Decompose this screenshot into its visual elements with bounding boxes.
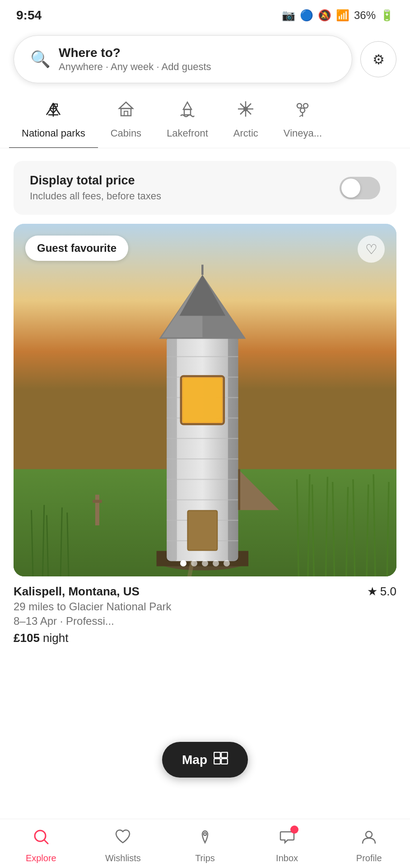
toggle-circle xyxy=(341,179,360,198)
camera-icon: 📷 xyxy=(282,9,295,22)
listing-image[interactable]: Guest favourite ♡ xyxy=(14,224,396,576)
search-sub-text: Anywhere · Any week · Add guests xyxy=(59,61,211,73)
svg-rect-38 xyxy=(167,336,177,561)
bluetooth-icon: 🔵 xyxy=(300,9,313,22)
tab-arctic-label: Arctic xyxy=(233,127,258,139)
svg-rect-1 xyxy=(53,104,57,107)
tab-arctic[interactable]: Arctic xyxy=(221,95,271,148)
lakefront-icon xyxy=(178,99,197,123)
listing-rating: ★ 5.0 xyxy=(367,585,396,599)
svg-point-70 xyxy=(366,831,372,838)
tab-lakefront[interactable]: Lakefront xyxy=(154,95,221,148)
price-banner-subtitle: Includes all fees, before taxes xyxy=(30,190,161,202)
listing-detail-1: 29 miles to Glacier National Park xyxy=(14,600,396,613)
tab-lakefront-label: Lakefront xyxy=(167,127,208,139)
dot-5 xyxy=(224,560,230,566)
vineyard-icon xyxy=(293,99,312,123)
tab-cabins-label: Cabins xyxy=(111,127,141,139)
price-amount: £105 xyxy=(14,631,40,645)
tab-vineyard-label: Vineya... xyxy=(284,127,322,139)
price-banner-title: Display total price xyxy=(30,174,161,188)
svg-point-69 xyxy=(204,833,206,835)
search-icon: 🔍 xyxy=(30,50,51,69)
wishlists-icon xyxy=(114,828,131,849)
tab-national-parks[interactable]: National parks xyxy=(9,95,98,148)
svg-rect-39 xyxy=(228,336,238,561)
listing-scene-svg xyxy=(14,224,396,576)
price-banner: Display total price Includes all fees, b… xyxy=(14,161,396,215)
inbox-badge-wrap xyxy=(279,828,296,849)
explore-icon xyxy=(33,828,50,849)
nav-inbox[interactable]: Inbox xyxy=(246,828,328,863)
tab-cabins[interactable]: Cabins xyxy=(98,95,154,148)
wifi-icon: 📶 xyxy=(336,9,349,22)
search-bar[interactable]: 🔍 Where to? Anywhere · Any week · Add gu… xyxy=(14,35,352,83)
filter-button[interactable]: ⚙ xyxy=(360,41,396,77)
svg-marker-6 xyxy=(183,102,191,109)
search-text-wrap: Where to? Anywhere · Any week · Add gues… xyxy=(59,46,211,73)
nav-wishlists[interactable]: Wishlists xyxy=(82,828,164,863)
search-main-text: Where to? xyxy=(59,46,211,60)
dot-1 xyxy=(180,560,186,566)
svg-rect-54 xyxy=(188,511,217,550)
listing-card: Guest favourite ♡ Kalispell, Montana, US… xyxy=(14,224,396,650)
wishlist-button[interactable]: ♡ xyxy=(358,236,385,263)
svg-point-14 xyxy=(303,104,308,108)
nav-profile[interactable]: Profile xyxy=(328,828,410,863)
battery-text: 36% xyxy=(354,9,376,22)
tab-vineyard[interactable]: Vineya... xyxy=(271,95,335,148)
nav-profile-label: Profile xyxy=(356,853,382,863)
svg-rect-62 xyxy=(93,500,102,503)
price-unit: night xyxy=(43,631,68,645)
map-icon xyxy=(214,752,228,768)
dot-4 xyxy=(213,560,219,566)
tab-national-parks-label: National parks xyxy=(22,127,85,139)
category-tabs: National parks Cabins Lakefront xyxy=(0,90,410,148)
battery-icon: 🔋 xyxy=(380,9,394,22)
svg-rect-65 xyxy=(214,759,220,764)
price-banner-text: Display total price Includes all fees, b… xyxy=(30,174,161,202)
trips-icon xyxy=(196,828,214,849)
search-area: 🔍 Where to? Anywhere · Any week · Add gu… xyxy=(0,28,410,90)
svg-rect-4 xyxy=(121,108,131,116)
inbox-notification-badge xyxy=(290,826,298,834)
national-parks-icon xyxy=(44,99,63,123)
heart-icon: ♡ xyxy=(365,241,377,257)
svg-rect-7 xyxy=(184,109,191,115)
map-label: Map xyxy=(182,753,207,767)
svg-rect-66 xyxy=(221,759,228,764)
image-dots xyxy=(180,560,230,566)
arctic-icon xyxy=(236,99,255,123)
svg-point-15 xyxy=(300,108,305,113)
filter-icon: ⚙ xyxy=(373,52,385,67)
svg-rect-51 xyxy=(183,378,222,422)
listing-location: Kalispell, Montana, US xyxy=(14,585,140,599)
status-bar: 9:54 📷 🔵 🔕 📶 36% 🔋 xyxy=(0,0,410,28)
svg-line-68 xyxy=(44,840,48,844)
svg-rect-61 xyxy=(95,495,99,525)
listing-info: Kalispell, Montana, US ★ 5.0 29 miles to… xyxy=(14,576,396,650)
nav-trips[interactable]: Trips xyxy=(164,828,246,863)
svg-marker-3 xyxy=(119,102,133,108)
guest-badge: Guest favourite xyxy=(25,236,128,261)
nav-inbox-label: Inbox xyxy=(276,853,298,863)
bottom-nav: Explore Wishlists Trips Inbox xyxy=(0,819,410,868)
nav-explore[interactable]: Explore xyxy=(0,828,82,863)
star-icon: ★ xyxy=(367,585,377,599)
listing-detail-2: 8–13 Apr · Professi... xyxy=(14,615,396,627)
volume-icon: 🔕 xyxy=(318,9,331,22)
nav-trips-label: Trips xyxy=(195,853,215,863)
price-toggle[interactable] xyxy=(340,177,380,199)
nav-explore-label: Explore xyxy=(26,853,56,863)
dot-2 xyxy=(191,560,197,566)
nav-wishlists-label: Wishlists xyxy=(105,853,141,863)
svg-point-13 xyxy=(297,104,302,108)
svg-rect-60 xyxy=(238,469,240,510)
map-button[interactable]: Map xyxy=(162,742,248,778)
svg-rect-5 xyxy=(124,111,128,116)
dot-3 xyxy=(202,560,208,566)
listing-price: £105 night xyxy=(14,631,396,645)
listing-title-row: Kalispell, Montana, US ★ 5.0 xyxy=(14,585,396,599)
cabins-icon xyxy=(116,99,135,123)
rating-value: 5.0 xyxy=(380,585,396,599)
